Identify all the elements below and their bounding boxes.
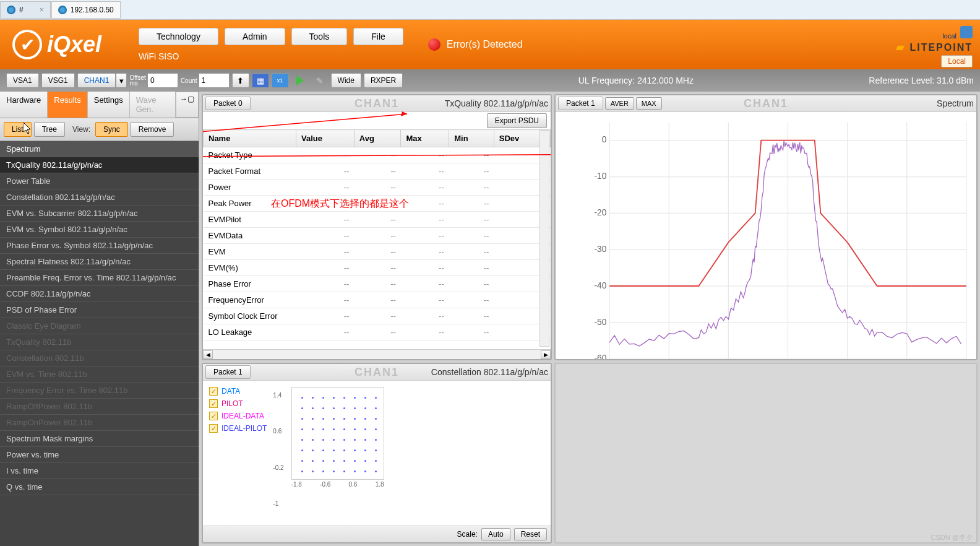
brush-icon[interactable]: ✎ <box>311 73 329 88</box>
offset-input[interactable] <box>147 73 178 88</box>
ref-level-info: Reference Level: 31.0 dBm <box>869 76 974 85</box>
spectrum-plot[interactable]: 0-10-20-30-40-50-60-60-40-200204060 Powe… <box>556 112 976 360</box>
vsg-button[interactable]: VSG1 <box>41 73 75 88</box>
channel-select[interactable]: CHAN1 <box>77 73 116 88</box>
column-header[interactable]: Min <box>449 130 494 147</box>
result-item[interactable]: Phase Error vs. Symbol 802.11a/g/p/n/ac <box>0 238 199 254</box>
legend-checkbox[interactable]: ✓ <box>209 399 218 408</box>
user-icon[interactable] <box>960 26 973 38</box>
svg-text:-10: -10 <box>595 171 607 181</box>
svg-text:0: 0 <box>602 135 607 144</box>
scroll-right-icon[interactable]: ▶ <box>541 350 551 359</box>
result-item[interactable]: EVM vs. Subcarrier 802.11a/g/p/n/ac <box>0 206 199 222</box>
column-header[interactable]: Name <box>204 130 296 147</box>
chevron-down-icon[interactable]: ▾ <box>116 73 127 88</box>
table-row: Phase Error---------- <box>204 276 551 292</box>
constellation-plot[interactable] <box>291 387 384 480</box>
tab-settings[interactable]: Settings <box>88 92 130 118</box>
count-input[interactable] <box>199 73 230 88</box>
list-button[interactable]: List <box>4 122 32 137</box>
logo-icon: ✔ <box>12 30 42 59</box>
legend-checkbox[interactable]: ✓ <box>209 424 218 433</box>
auto-button[interactable]: Auto <box>481 528 510 540</box>
scroll-left-icon[interactable]: ◀ <box>203 350 213 359</box>
export-psdu-button[interactable]: Export PSDU <box>487 113 547 128</box>
brand-name: ▰ LITEPOINT <box>896 40 973 54</box>
constellation-panel: Packet 1 CHAN1 Constellation 802.11a/g/p… <box>202 363 552 544</box>
packet-tab[interactable]: Packet 0 <box>205 97 251 110</box>
horizontal-scrollbar[interactable]: ◀ ▶ <box>203 349 551 359</box>
app-header: ✔ iQxel Technology Admin Tools File WiFi… <box>0 20 980 69</box>
remove-button[interactable]: Remove <box>131 122 174 137</box>
column-header[interactable]: Avg <box>354 130 401 147</box>
packet-tab[interactable]: Packet 1 <box>558 97 603 110</box>
column-header[interactable]: Value <box>296 130 355 147</box>
result-item[interactable]: Power Table <box>0 173 199 189</box>
sync-button[interactable]: Sync <box>95 122 128 137</box>
play-icon[interactable] <box>291 73 309 88</box>
result-item[interactable]: Q vs. time <box>0 479 199 495</box>
table-row: LO Leakage---------- <box>204 324 551 340</box>
rxper-button[interactable]: RXPER <box>364 73 403 88</box>
result-item[interactable]: Constellation 802.11a/g/p/n/ac <box>0 189 199 206</box>
aver-button[interactable]: AVER <box>605 97 634 110</box>
result-item[interactable]: EVM vs. Symbol 802.11a/g/p/n/ac <box>0 222 199 238</box>
tab-title: # <box>19 6 24 14</box>
menu-file[interactable]: File <box>353 28 403 45</box>
empty-panel <box>554 363 978 544</box>
scale-label: Scale: <box>457 530 478 539</box>
result-item: Classic Eye Diagram <box>0 318 199 334</box>
result-item[interactable]: Spectral Flatness 802.11a/g/p/n/ac <box>0 254 199 270</box>
vsa-button[interactable]: VSA1 <box>6 73 39 88</box>
browser-tab-bar: # × 192.168.0.50 <box>0 0 980 20</box>
menu-technology[interactable]: Technology <box>139 28 218 45</box>
tree-button[interactable]: Tree <box>34 122 65 137</box>
ie-icon <box>7 6 15 14</box>
txquality-table: NameValueAvgMaxMinSDev Packet Type------… <box>203 129 551 340</box>
max-button[interactable]: MAX <box>636 97 662 110</box>
result-list[interactable]: SpectrumTxQuality 802.11a/g/p/n/acPower … <box>0 141 199 546</box>
local-button[interactable]: Local <box>941 55 973 67</box>
legend-checkbox[interactable]: ✓ <box>209 387 218 396</box>
wide-button[interactable]: Wide <box>331 73 361 88</box>
vertical-scrollbar[interactable] <box>539 130 549 347</box>
browser-tab-1[interactable]: 192.168.0.50 <box>51 1 121 19</box>
result-item[interactable]: PSD of Phase Error <box>0 302 199 318</box>
table-row: EVM---------- <box>204 244 551 260</box>
tab-wavegen[interactable]: Wave Gen. <box>130 92 176 118</box>
browser-tab-0[interactable]: # × <box>0 1 51 19</box>
menu-tools[interactable]: Tools <box>291 28 348 45</box>
panel-title: Constellation 802.11a/g/p/n/ac <box>431 367 548 377</box>
result-item[interactable]: Spectrum <box>0 141 199 157</box>
table-row: Peak Power---------- <box>204 196 551 212</box>
constellation-legend: ✓DATA✓PILOT✓IDEAL-DATA✓IDEAL-PILOT <box>209 387 267 519</box>
menu-admin[interactable]: Admin <box>225 28 285 45</box>
close-icon[interactable]: × <box>40 6 44 14</box>
result-item[interactable]: CCDF 802.11a/g/p/n/ac <box>0 286 199 302</box>
legend-label: PILOT <box>221 399 243 408</box>
local-label: local <box>942 32 956 40</box>
calculator-icon[interactable]: ▦ <box>252 73 269 88</box>
tab-hardware[interactable]: Hardware <box>0 92 48 118</box>
result-item[interactable]: Power vs. time <box>0 447 199 463</box>
result-item[interactable]: Preamble Freq. Error vs. Time 802.11a/g/… <box>0 270 199 286</box>
svg-text:-50: -50 <box>595 318 607 327</box>
sidebar-controls: List Tree View: Sync Remove <box>0 118 199 141</box>
result-item[interactable]: Spectrum Mask margins <box>0 431 199 447</box>
channel-watermark: CHAN1 <box>355 97 399 110</box>
brand-area: local ▰ LITEPOINT Local <box>896 26 973 67</box>
table-row: FrequencyError---------- <box>204 292 551 308</box>
result-item[interactable]: I vs. time <box>0 463 199 479</box>
up-icon[interactable]: ⬆ <box>232 73 249 88</box>
add-panel-button[interactable]: →▢ <box>176 92 199 118</box>
result-item[interactable]: TxQuality 802.11a/g/p/n/ac <box>0 157 199 173</box>
tag-icon[interactable]: x1 <box>272 73 289 88</box>
main-toolbar: VSA1 VSG1 CHAN1 ▾ Offsetms Count ⬆ ▦ x1 … <box>0 69 980 92</box>
reset-button[interactable]: Reset <box>514 528 547 540</box>
packet-tab[interactable]: Packet 1 <box>205 365 251 379</box>
error-dot-icon <box>428 38 441 51</box>
tab-results[interactable]: Results <box>48 92 87 118</box>
sidebar-tabs: Hardware Results Settings Wave Gen. →▢ <box>0 92 199 118</box>
column-header[interactable]: Max <box>401 130 449 147</box>
legend-checkbox[interactable]: ✓ <box>209 412 218 420</box>
